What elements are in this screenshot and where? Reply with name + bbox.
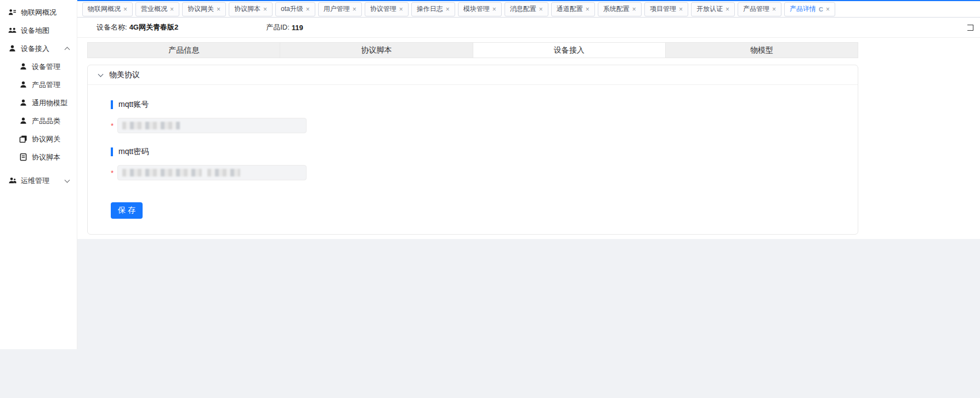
redacted-value <box>122 169 202 177</box>
label-accent-bar <box>111 147 113 156</box>
sidebar-item-ops-management[interactable]: 运维管理 <box>0 172 77 190</box>
section-title: 物美协议 <box>109 70 140 80</box>
close-icon[interactable]: × <box>772 6 776 13</box>
tab-device-access-active[interactable]: 设备接入 <box>473 43 666 58</box>
device-map-icon <box>8 26 16 35</box>
close-icon[interactable]: × <box>217 6 220 13</box>
expand-icon[interactable] <box>967 25 973 31</box>
sidebar-item-iot-overview[interactable]: 物联网概况 <box>0 3 77 21</box>
mqtt-account-row: * <box>111 118 835 133</box>
iot-overview-icon <box>8 8 16 16</box>
tab-protocol-script[interactable]: 协议脚本× <box>229 2 273 16</box>
refresh-icon[interactable]: C <box>819 6 823 13</box>
label-accent-bar <box>111 100 113 109</box>
copy-icon <box>19 135 27 143</box>
product-detail-tabs: 产品信息 协议脚本 设备接入 物模型 <box>87 42 858 58</box>
sidebar-item-device-management[interactable]: 设备管理 <box>0 58 77 76</box>
redacted-value <box>122 122 180 129</box>
tab-message-config[interactable]: 消息配置× <box>505 2 548 16</box>
required-marker: * <box>111 122 117 130</box>
tab-business-overview[interactable]: 营业概况× <box>135 2 179 16</box>
tab-system-config[interactable]: 系统配置× <box>598 2 642 16</box>
user-icon <box>8 44 16 53</box>
tab-product-management[interactable]: 产品管理× <box>738 2 781 16</box>
content-wrap: 产品信息 协议脚本 设备接入 物模型 物美协议 mqtt账号 <box>77 38 980 239</box>
collapse-header[interactable]: 物美协议 <box>88 65 858 85</box>
redacted-value <box>207 169 240 177</box>
tab-product-info[interactable]: 产品信息 <box>88 43 280 58</box>
tab-project-management[interactable]: 项目管理× <box>644 2 688 16</box>
sidebar-item-label: 运维管理 <box>21 176 49 186</box>
close-icon[interactable]: × <box>170 6 174 13</box>
tab-protocol-management[interactable]: 协议管理× <box>365 2 409 16</box>
close-icon[interactable]: × <box>492 6 496 13</box>
tab-module-management[interactable]: 模块管理× <box>458 2 502 16</box>
sidebar-item-label: 协议脚本 <box>32 152 60 162</box>
close-icon[interactable]: × <box>726 6 729 13</box>
sidebar-item-label: 协议网关 <box>32 134 60 144</box>
sidebar-item-product-category[interactable]: 产品品类 <box>0 112 77 130</box>
tab-protocol-script-detail[interactable]: 协议脚本 <box>280 43 473 58</box>
sidebar-item-label: 设备地图 <box>21 26 49 36</box>
close-icon[interactable]: × <box>539 6 543 13</box>
sidebar-item-label: 物联网概况 <box>21 8 56 18</box>
product-id-label: 产品ID: <box>266 22 290 32</box>
close-icon[interactable]: × <box>123 6 127 13</box>
close-icon[interactable]: × <box>399 6 403 13</box>
sidebar-item-label: 产品品类 <box>32 116 60 126</box>
chevron-up-icon <box>65 47 70 52</box>
tab-ota-upgrade[interactable]: ota升级× <box>275 2 315 16</box>
close-icon[interactable]: × <box>586 6 590 13</box>
mqtt-account-input[interactable] <box>117 118 307 133</box>
user-icon <box>19 81 27 89</box>
sidebar-item-label: 设备接入 <box>21 44 49 54</box>
sidebar-item-label: 通用物模型 <box>32 98 67 108</box>
tab-thing-model[interactable]: 物模型 <box>666 43 858 58</box>
sidebar-item-label: 设备管理 <box>32 62 60 72</box>
user-icon <box>19 62 27 71</box>
sidebar-item-product-management[interactable]: 产品管理 <box>0 76 77 94</box>
required-marker: * <box>111 169 117 177</box>
close-icon[interactable]: × <box>632 6 636 13</box>
detail-header: 设备名称: 4G网关青春版2 产品ID: 119 <box>77 18 980 38</box>
app-shell: 物联网概况 设备地图 设备接入 设备管理 产品管理 <box>0 0 980 349</box>
tab-user-management[interactable]: 用户管理× <box>318 2 362 16</box>
mqtt-account-label: mqtt账号 <box>111 99 835 110</box>
protocol-card: 物美协议 mqtt账号 * <box>87 65 858 235</box>
product-id-group: 产品ID: 119 <box>266 22 303 32</box>
tab-protocol-gateway[interactable]: 协议网关× <box>182 2 226 16</box>
user-icon <box>19 117 27 125</box>
tags-view-bar: 物联网概况× 营业概况× 协议网关× 协议脚本× ota升级× 用户管理× 协议… <box>77 1 980 18</box>
page: 设备名称: 4G网关青春版2 产品ID: 119 产品信息 协议脚本 设备接入 … <box>77 18 980 239</box>
tab-channel-config[interactable]: 通道配置× <box>551 2 595 16</box>
card-body: mqtt账号 * mqtt密码 * <box>88 85 858 234</box>
close-icon[interactable]: × <box>353 6 356 13</box>
mqtt-password-input[interactable] <box>117 165 307 180</box>
close-icon[interactable]: × <box>679 6 683 13</box>
ops-icon <box>8 177 16 185</box>
chevron-down-icon <box>65 178 70 183</box>
sidebar-item-generic-thing-model[interactable]: 通用物模型 <box>0 94 77 112</box>
sidebar-item-protocol-script[interactable]: 协议脚本 <box>0 148 77 166</box>
user-icon <box>19 99 27 107</box>
sidebar-item-label: 产品管理 <box>32 80 60 90</box>
tab-iot-overview[interactable]: 物联网概况× <box>82 2 133 16</box>
sidebar-item-protocol-gateway[interactable]: 协议网关 <box>0 130 77 148</box>
device-name-label: 设备名称: <box>97 22 127 32</box>
mqtt-password-row: * <box>111 165 835 180</box>
sidebar-item-device-access[interactable]: 设备接入 <box>0 39 77 58</box>
save-button[interactable]: 保存 <box>111 202 143 219</box>
sidebar-item-device-map[interactable]: 设备地图 <box>0 21 77 39</box>
product-id-value: 119 <box>292 24 303 32</box>
close-icon[interactable]: × <box>826 6 830 13</box>
chevron-down-icon <box>98 72 104 77</box>
sidebar: 物联网概况 设备地图 设备接入 设备管理 产品管理 <box>0 0 77 349</box>
close-icon[interactable]: × <box>306 6 310 13</box>
tab-product-detail-active[interactable]: 产品详情C× <box>784 2 835 16</box>
close-icon[interactable]: × <box>263 6 267 13</box>
device-name-value: 4G网关青春版2 <box>129 22 179 32</box>
device-name-group: 设备名称: 4G网关青春版2 <box>97 22 178 32</box>
close-icon[interactable]: × <box>446 6 450 13</box>
tab-open-auth[interactable]: 开放认证× <box>691 2 735 16</box>
tab-operation-log[interactable]: 操作日志× <box>411 2 455 16</box>
